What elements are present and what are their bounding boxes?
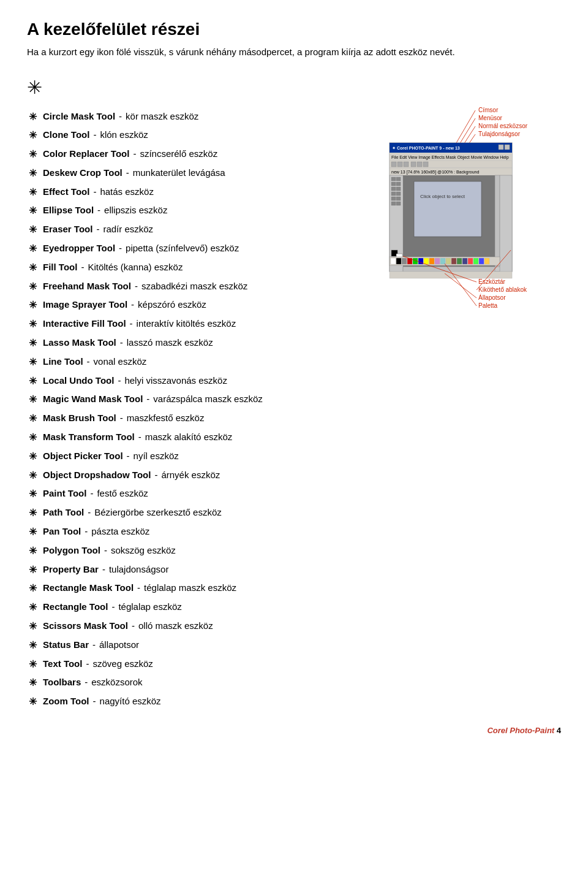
tool-asterisk: ✳ — [27, 506, 38, 521]
tool-asterisk: ✳ — [27, 261, 38, 276]
tool-item: ✳Interactive Fill Tool - interaktív kitö… — [27, 316, 371, 332]
swatch12 — [451, 258, 456, 264]
swatch16 — [473, 258, 478, 264]
swatch10 — [440, 258, 445, 264]
tp-icon11 — [391, 202, 396, 205]
tool-description: szabadkézi maszk eszköz — [141, 279, 247, 293]
tool-separator: - — [87, 354, 90, 368]
tool-separator: - — [137, 581, 140, 595]
tool-description: ellipszis eszköz — [104, 203, 167, 217]
tool-item: ✳Circle Mask Tool - kör maszk eszköz — [27, 109, 371, 125]
tool-separator: - — [104, 543, 107, 557]
tool-item: ✳Clone Tool - klón eszköz — [27, 128, 371, 143]
tool-name-label: Interactive Fill Tool — [43, 316, 126, 330]
tool-description: Béziergörbe szerkesztő eszköz — [94, 505, 222, 519]
page-container: A kezelőfelület részei Ha a kurzort egy … — [0, 0, 588, 750]
docker-panel — [500, 175, 512, 272]
tool-separator: - — [138, 430, 141, 444]
tool-item: ✳Scissors Mask Tool - olló maszk eszköz — [27, 619, 371, 634]
tool-name-label: Pan Tool — [43, 524, 81, 538]
swatch17 — [479, 258, 484, 264]
tool-name-label: Clone Tool — [43, 128, 89, 142]
swatch3 — [402, 258, 407, 264]
tool-name-label: Scissors Mask Tool — [43, 619, 128, 633]
tool-asterisk: ✳ — [27, 430, 38, 446]
tool-asterisk: ✳ — [27, 355, 38, 370]
tool-description: vonal eszköz — [94, 354, 147, 368]
tool-item: ✳Deskew Crop Tool - munkaterület levágás… — [27, 166, 371, 181]
tool-description: képszóró eszköz — [138, 297, 206, 311]
tool-item: ✳Mask Brush Tool - maszkfestő eszköz — [27, 411, 371, 427]
tool-name-label: Image Sprayer Tool — [43, 297, 127, 311]
tp-icon4 — [396, 182, 401, 186]
tool-asterisk: ✳ — [27, 242, 38, 257]
tool-asterisk: ✳ — [27, 563, 38, 578]
tool-separator: - — [93, 128, 96, 142]
tool-asterisk: ✳ — [27, 280, 38, 295]
tool-asterisk: ✳ — [27, 166, 38, 181]
swatch9 — [435, 258, 440, 264]
tool-description: pászta eszköz — [91, 524, 149, 538]
tool-item: ✳Fill Tool - Kitöltés (kanna) eszköz — [27, 260, 371, 276]
tp-icon9 — [391, 197, 396, 200]
tp-icon12 — [396, 202, 401, 205]
titlebar-text: ✦ Corel PHOTO-PAINT 9 - new 13 — [392, 146, 460, 150]
callout-tulajdonsagsor: Tulajdonságsor — [478, 131, 521, 137]
tool-separator: - — [88, 505, 91, 519]
tool-separator: - — [132, 619, 135, 633]
tp-icon3 — [391, 182, 396, 186]
arrow-cimsor — [454, 110, 475, 147]
callout-allapotsor: Állapotsor — [478, 294, 506, 301]
tool-separator: - — [111, 600, 115, 614]
tool-item: ✳Object Picker Tool - nyíl eszköz — [27, 449, 371, 465]
scrollbar-v — [495, 175, 500, 267]
tool-item: ✳Rectangle Mask Tool - téglalap maszk es… — [27, 581, 371, 596]
tool-name-label: Zoom Tool — [43, 694, 89, 708]
callout-cimsor: Címsor — [478, 107, 499, 113]
tool-item: ✳Polygon Tool - sokszög eszköz — [27, 543, 371, 559]
tool-asterisk: ✳ — [27, 449, 38, 465]
tool-separator: - — [86, 657, 89, 671]
tool-name-label: Path Tool — [43, 505, 84, 519]
tool-name-label: Effect Tool — [43, 185, 89, 199]
snowflake-decoration: ✳ — [27, 77, 561, 98]
tool-asterisk: ✳ — [27, 110, 38, 125]
tool-description: klón eszköz — [100, 128, 148, 142]
tp-icon2 — [396, 177, 401, 181]
tool-description: munkaterület levágása — [133, 166, 225, 180]
tool-name-label: Freehand Mask Tool — [43, 279, 131, 293]
tool-description: olló maszk eszköz — [138, 619, 213, 633]
brand-label: Corel Photo-Paint — [487, 726, 556, 735]
tool-description: eszközsorok — [91, 675, 142, 689]
tool-separator: - — [146, 392, 149, 406]
tool-asterisk: ✳ — [27, 676, 38, 691]
tb-icon2 — [398, 162, 402, 167]
tb-icon6 — [423, 162, 428, 167]
tool-name-label: Mask Brush Tool — [43, 411, 116, 425]
tool-asterisk: ✳ — [27, 185, 38, 200]
tool-separator: - — [85, 524, 88, 538]
tool-asterisk: ✳ — [27, 147, 38, 162]
tool-name-label: Toolbars — [43, 675, 81, 689]
tool-item: ✳Rectangle Tool - téglalap eszköz — [27, 600, 371, 615]
tp-icon10 — [396, 197, 401, 200]
tool-item: ✳Property Bar - tulajdonságsor — [27, 562, 371, 578]
tool-description: pipetta (színfelvevő) eszköz — [126, 241, 239, 255]
tool-name-label: Color Replacer Tool — [43, 147, 129, 161]
tb-icon1 — [391, 162, 396, 167]
tool-item: ✳Image Sprayer Tool - képszóró eszköz — [27, 297, 371, 313]
tool-name-label: Local Undo Tool — [43, 373, 114, 387]
tool-description: színcserélő eszköz — [140, 147, 217, 161]
tool-separator: - — [97, 203, 100, 217]
tool-separator: - — [131, 297, 134, 311]
callout-normal-eszkozsor: Normál eszközsor — [478, 123, 528, 129]
tool-item: ✳Path Tool - Béziergörbe szerkesztő eszk… — [27, 505, 371, 521]
tool-name-label: Deskew Crop Tool — [43, 166, 123, 180]
tool-asterisk: ✳ — [27, 487, 38, 502]
tool-name-label: Property Bar — [43, 562, 99, 576]
tool-description: maszkfestő eszköz — [127, 411, 205, 425]
tool-separator: - — [133, 147, 136, 161]
tool-description: varázspálca maszk eszköz — [153, 392, 262, 406]
tool-item: ✳Toolbars - eszközsorok — [27, 675, 371, 691]
tool-description: hatás eszköz — [100, 185, 154, 199]
